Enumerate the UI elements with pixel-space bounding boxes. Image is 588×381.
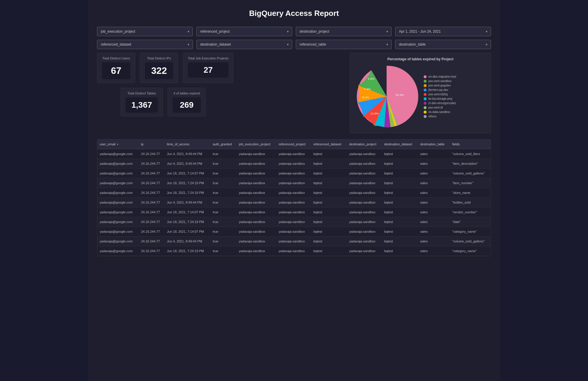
cell-destination_table: sales — [418, 188, 450, 198]
table-row: yadavaja@google.com24.16.244.77Jun 18, 2… — [97, 227, 491, 237]
legend-dot-others — [424, 115, 427, 118]
cell-fields: "date" — [450, 217, 491, 227]
table-row: yadavaja@google.com24.16.244.77Jun 4, 20… — [97, 198, 491, 207]
referenced-project-filter[interactable]: referenced_project — [196, 27, 292, 36]
cell-referenced_dataset: bqtest — [311, 149, 347, 159]
cell-auth_granted: true — [211, 237, 237, 246]
metrics-pie-section: Total Distinct Users 67 Total Distinct I… — [97, 53, 491, 133]
cell-destination_table: sales — [418, 198, 450, 207]
total-distinct-users-card: Total Distinct Users 67 — [97, 53, 135, 83]
col-auth-granted[interactable]: auth_granted — [211, 139, 237, 149]
cell-auth_granted: true — [211, 149, 237, 159]
cell-time_of_access: Jun 4, 2021, 8:49:44 PM — [165, 237, 211, 246]
table-header: user_email ▼ ip time_of_access auth_gran… — [97, 139, 491, 149]
legend-label-tw: tw-bq-storage-proj — [428, 97, 452, 100]
legend-item-zr: zr-dev-vincegonzalez — [424, 102, 456, 105]
cell-destination_project: yadavaja-sandbox — [347, 246, 382, 256]
col-destination-dataset[interactable]: destination_dataset — [382, 139, 418, 149]
page-title: BigQuery Access Report — [97, 6, 491, 21]
col-job-execution-project[interactable]: job_execution_project — [237, 139, 276, 149]
cell-time_of_access: Jun 18, 2021, 7:14:07 PM — [165, 169, 211, 178]
col-destination-project[interactable]: destination_project — [347, 139, 382, 149]
cell-auth_granted: true — [211, 188, 237, 198]
cell-fields: "volume_sold_gallons" — [450, 237, 491, 246]
col-ip[interactable]: ip — [139, 139, 165, 149]
legend-label-pso-sandbox: pso-wmt-sandbox — [428, 79, 452, 83]
legend-item-others: others — [424, 115, 456, 118]
total-distinct-tables-label: Total Distinct Tables — [126, 91, 158, 95]
cell-user_email: yadavaja@google.com — [97, 217, 139, 227]
cell-destination_project: yadavaja-sandbox — [347, 217, 382, 227]
legend-label-td2bq: pso-wmt-td2bq — [428, 93, 448, 96]
cell-auth_granted: true — [211, 198, 237, 207]
date-range-filter[interactable]: Apr 1, 2021 - Jun 24, 2021 — [395, 27, 491, 36]
cell-destination_table: sales — [418, 246, 450, 256]
table-row: yadavaja@google.com24.16.244.77Jun 18, 2… — [97, 217, 491, 227]
total-job-execution-projects-card: Total Job Execution Projects 27 — [183, 53, 233, 83]
cell-user_email: yadavaja@google.com — [97, 178, 139, 188]
destination-dataset-filter[interactable]: destination_dataset — [196, 40, 292, 49]
legend-label-ns: ns-data-sandbox — [428, 110, 450, 114]
legend-dot-gogolev — [424, 84, 427, 87]
total-distinct-tables-value: 1,367 — [126, 97, 158, 113]
cell-ip: 24.16.244.77 — [139, 237, 165, 246]
legend-dot-td2bq — [424, 93, 427, 96]
cell-destination_project: yadavaja-sandbox — [347, 169, 382, 178]
cell-destination_project: yadavaja-sandbox — [347, 207, 382, 217]
cell-ip: 24.16.244.77 — [139, 207, 165, 217]
destination-table-filter[interactable]: destination_table — [395, 40, 491, 49]
col-fields[interactable]: fields — [450, 139, 491, 149]
cell-destination_project: yadavaja-sandbox — [347, 237, 382, 246]
cell-referenced_project: yadavaja-sandbox — [276, 149, 311, 159]
cell-referenced_project: yadavaja-sandbox — [276, 207, 311, 217]
cell-time_of_access: Jun 18, 2021, 7:24:19 PM — [165, 178, 211, 188]
pie-label-8: 8.2% — [363, 96, 369, 99]
cell-referenced_dataset: bqtest — [311, 227, 347, 237]
cell-destination_dataset: bqtest — [382, 246, 418, 256]
cell-fields: "store_name — [450, 188, 491, 198]
cell-fields: "category_name" — [450, 246, 491, 256]
legend-item-td2bq: pso-wmt-td2bq — [424, 93, 456, 96]
cell-destination_dataset: bqtest — [382, 237, 418, 246]
pie-chart: 52.5% 14.5% 8.2% 7.4% 5.8% — [354, 64, 419, 129]
cell-user_email: yadavaja@google.com — [97, 198, 139, 207]
col-destination-table[interactable]: destination_table — [418, 139, 450, 149]
col-user-email[interactable]: user_email ▼ — [97, 139, 139, 149]
col-time-of-access[interactable]: time_of_access — [165, 139, 211, 149]
cell-fields: "item_number" — [450, 178, 491, 188]
cell-destination_project: yadavaja-sandbox — [347, 188, 382, 198]
cell-referenced_project: yadavaja-sandbox — [276, 159, 311, 169]
cell-destination_table: sales — [418, 237, 450, 246]
cell-job_execution_project: yadavaja-sandbox — [237, 159, 276, 169]
cell-referenced_dataset: bqtest — [311, 207, 347, 217]
job-execution-project-filter[interactable]: job_execution_project — [97, 27, 193, 36]
referenced-table-filter[interactable]: referenced_table — [296, 40, 392, 49]
destination-project-filter[interactable]: destination_project — [296, 27, 392, 36]
col-referenced-project[interactable]: referenced_project — [276, 139, 311, 149]
referenced-dataset-filter[interactable]: referenced_dataset — [97, 40, 193, 49]
cell-destination_table: sales — [418, 227, 450, 237]
cell-ip: 24.16.244.77 — [139, 227, 165, 237]
cell-destination_dataset: bqtest — [382, 198, 418, 207]
cell-referenced_dataset: bqtest — [311, 159, 347, 169]
legend-label-others: others — [428, 115, 437, 118]
cell-auth_granted: true — [211, 159, 237, 169]
table-row: yadavaja@google.com24.16.244.77Jun 18, 2… — [97, 207, 491, 217]
cell-ip: 24.16.244.77 — [139, 198, 165, 207]
cell-destination_dataset: bqtest — [382, 227, 418, 237]
legend-dot-jferriero — [424, 89, 427, 91]
cell-job_execution_project: yadavaja-sandbox — [237, 188, 276, 198]
sort-arrow-user-email: ▼ — [116, 143, 119, 146]
cell-referenced_dataset: bqtest — [311, 178, 347, 188]
cell-referenced_dataset: bqtest — [311, 246, 347, 256]
legend-item-tw: tw-bq-storage-proj — [424, 97, 456, 100]
pie-label-5: 5.8% — [368, 77, 375, 80]
cell-job_execution_project: yadavaja-sandbox — [237, 149, 276, 159]
total-distinct-users-label: Total Distinct Users — [102, 56, 130, 60]
legend-label-jferriero: jferriero-pp-dev — [428, 88, 448, 91]
col-referenced-dataset[interactable]: referenced_dataset — [311, 139, 347, 149]
cell-referenced_project: yadavaja-sandbox — [276, 178, 311, 188]
cell-auth_granted: true — [211, 246, 237, 256]
pie-chart-container: 52.5% 14.5% 8.2% 7.4% 5.8% eri-dbs-migra… — [354, 64, 487, 129]
cell-destination_table: sales — [418, 217, 450, 227]
